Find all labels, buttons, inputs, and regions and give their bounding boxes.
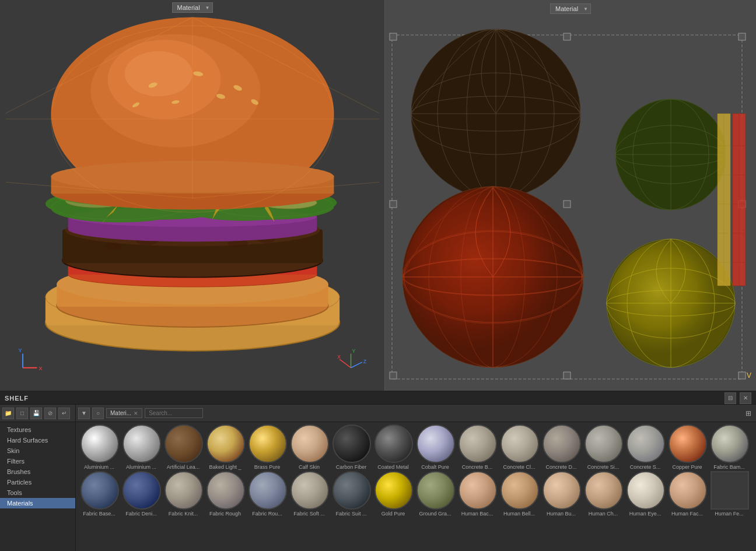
sidebar-item-filters[interactable]: Filters bbox=[0, 456, 75, 466]
svg-rect-78 bbox=[738, 33, 746, 40]
material-item-concrete-si[interactable]: Concrete Si... bbox=[583, 424, 624, 470]
svg-rect-82 bbox=[390, 372, 397, 379]
material-item-fabric-deni[interactable]: Fabric Deni... bbox=[121, 471, 162, 517]
material-item-calf-skin[interactable]: Calf Skin bbox=[289, 424, 330, 470]
svg-text:Y: Y bbox=[352, 348, 355, 354]
close-button[interactable]: ✕ bbox=[740, 392, 751, 404]
svg-rect-84 bbox=[738, 372, 746, 379]
material-item-fabric-rou[interactable]: Fabric Rou... bbox=[247, 471, 288, 517]
materials-row-2: Fabric Base...Fabric Deni...Fabric Knit.… bbox=[79, 471, 752, 517]
search-input[interactable] bbox=[145, 408, 203, 418]
svg-rect-79 bbox=[390, 201, 397, 208]
material-item-coated-metal[interactable]: Coated Metal bbox=[373, 424, 414, 470]
material-item-concrete-d[interactable]: Concrete D... bbox=[541, 424, 582, 470]
materials-content-area: ▼ ○ Materi... ✕ ⊞ Aluminium ...Aluminium… bbox=[76, 405, 756, 551]
sidebar-item-skin[interactable]: Skin bbox=[0, 445, 75, 456]
shelf-sub-toolbar: 📁 □ 💾 ⊘ ↵ bbox=[0, 405, 75, 422]
uv-layout-svg: V bbox=[385, 0, 756, 391]
svg-point-16 bbox=[104, 243, 121, 250]
material-item-aluminium-2[interactable]: Aluminium ... bbox=[121, 424, 162, 470]
svg-rect-77 bbox=[564, 33, 570, 40]
viewports-area: Material bbox=[0, 0, 756, 391]
folder-icon-btn[interactable]: 📁 bbox=[2, 408, 14, 419]
svg-rect-83 bbox=[564, 372, 570, 379]
material-item-human-bac[interactable]: Human Bac... bbox=[457, 471, 498, 517]
material-item-human-fac[interactable]: Human Fac... bbox=[667, 471, 708, 517]
material-item-aluminium-1[interactable]: Aluminium ... bbox=[79, 424, 120, 470]
svg-text:Y: Y bbox=[18, 347, 22, 353]
shelf-title: SHELF bbox=[5, 395, 29, 402]
materials-toolbar: ▼ ○ Materi... ✕ ⊞ bbox=[76, 405, 756, 422]
material-item-cobalt-pure[interactable]: Cobalt Pure bbox=[415, 424, 456, 470]
left-viewport-dropdown[interactable]: Material bbox=[172, 2, 213, 13]
material-item-ground-gra[interactable]: Ground Gra... bbox=[415, 471, 456, 517]
sidebar-item-hard-surfaces[interactable]: Hard Surfaces bbox=[0, 435, 75, 445]
material-item-fabric-knit[interactable]: Fabric Knit... bbox=[163, 471, 204, 517]
svg-text:X: X bbox=[337, 354, 341, 360]
material-item-copper-pure[interactable]: Copper Pure bbox=[667, 424, 708, 470]
filter-icon-btn[interactable]: ▼ bbox=[78, 408, 90, 419]
shelf-content: 📁 □ 💾 ⊘ ↵ Textures Hard Surfaces Skin Fi… bbox=[0, 405, 756, 551]
material-item-gold-pure[interactable]: Gold Pure bbox=[373, 471, 414, 517]
materials-grid: Aluminium ...Aluminium ...Artificial Lea… bbox=[76, 422, 756, 551]
grid-layout-btn[interactable]: ⊞ bbox=[743, 408, 754, 419]
material-item-fabric-rough[interactable]: Fabric Rough bbox=[205, 471, 246, 517]
uv-viewport-content: V bbox=[385, 0, 756, 391]
material-item-human-fe[interactable]: Human Fe... bbox=[709, 471, 750, 517]
import-icon-btn[interactable]: ↵ bbox=[58, 408, 70, 419]
left-viewport-dropdown-wrapper[interactable]: Material bbox=[172, 2, 213, 13]
material-item-fabric-suit[interactable]: Fabric Suit ... bbox=[331, 471, 372, 517]
svg-text:Z: Z bbox=[363, 359, 366, 364]
svg-text:X: X bbox=[38, 365, 43, 371]
shelf-panel: SHELF ⊟ ✕ 📁 □ 💾 ⊘ ↵ Textures Hard Su bbox=[0, 391, 756, 551]
burger-3d-scene: Y X X Y Z bbox=[6, 6, 379, 385]
viewport-right: Material bbox=[385, 0, 756, 391]
circle-icon-btn[interactable]: ○ bbox=[92, 408, 104, 419]
material-item-fabric-soft[interactable]: Fabric Soft ... bbox=[289, 471, 330, 517]
viewport-left: Material bbox=[0, 0, 385, 391]
sidebar-item-particles[interactable]: Particles bbox=[0, 477, 75, 487]
shelf-header: SHELF ⊟ ✕ bbox=[0, 392, 756, 405]
filter-tab-materi[interactable]: Materi... ✕ bbox=[106, 408, 142, 418]
burger-viewport-bg: Y X X Y Z bbox=[0, 0, 384, 391]
svg-point-52 bbox=[124, 51, 192, 97]
filter-tab-close[interactable]: ✕ bbox=[134, 410, 138, 416]
material-item-fabric-base[interactable]: Fabric Base... bbox=[79, 471, 120, 517]
right-viewport-dropdown[interactable]: Material bbox=[550, 3, 591, 14]
material-item-concrete-b[interactable]: Concrete B... bbox=[457, 424, 498, 470]
sidebar-item-materials[interactable]: Materials bbox=[0, 498, 75, 508]
material-item-human-bu[interactable]: Human Bu... bbox=[541, 471, 582, 517]
minimize-button[interactable]: ⊟ bbox=[724, 392, 736, 404]
material-item-brass-pure[interactable]: Brass Pure bbox=[247, 424, 288, 470]
save-icon-btn[interactable]: 💾 bbox=[30, 408, 42, 419]
material-item-human-ch[interactable]: Human Ch... bbox=[583, 471, 624, 517]
material-item-human-bell[interactable]: Human Bell... bbox=[499, 471, 540, 517]
new-file-icon-btn[interactable]: □ bbox=[16, 408, 28, 419]
sidebar-item-tools[interactable]: Tools bbox=[0, 487, 75, 498]
shelf-sidebar: 📁 □ 💾 ⊘ ↵ Textures Hard Surfaces Skin Fi… bbox=[0, 405, 76, 551]
material-item-carbon-fiber[interactable]: Carbon Fiber bbox=[331, 424, 372, 470]
svg-rect-80 bbox=[564, 201, 570, 208]
shelf-window-controls: ⊟ ✕ bbox=[724, 392, 751, 404]
filter-tab-label: Materi... bbox=[110, 410, 131, 416]
svg-text:V: V bbox=[747, 371, 751, 380]
viewport-right-toolbar: Material bbox=[385, 0, 756, 15]
sidebar-item-textures[interactable]: Textures bbox=[0, 424, 75, 435]
material-item-human-eye[interactable]: Human Eye... bbox=[625, 471, 666, 517]
link-icon-btn[interactable]: ⊘ bbox=[44, 408, 56, 419]
shelf-sidebar-nav: Textures Hard Surfaces Skin Filters Brus… bbox=[0, 422, 75, 511]
material-item-fabric-bam[interactable]: Fabric Bam... bbox=[709, 424, 750, 470]
material-item-concrete-s[interactable]: Concrete S... bbox=[625, 424, 666, 470]
sidebar-item-brushes[interactable]: Brushes bbox=[0, 466, 75, 477]
svg-rect-76 bbox=[390, 33, 397, 40]
right-viewport-dropdown-wrapper[interactable]: Material bbox=[550, 3, 591, 14]
material-item-concrete-cl[interactable]: Concrete Cl... bbox=[499, 424, 540, 470]
material-item-baked-light[interactable]: Baked Light _ bbox=[205, 424, 246, 470]
viewport-left-toolbar: Material bbox=[0, 0, 384, 15]
materials-row-1: Aluminium ...Aluminium ...Artificial Lea… bbox=[79, 424, 752, 470]
material-item-artificial-lea[interactable]: Artificial Lea... bbox=[163, 424, 204, 470]
